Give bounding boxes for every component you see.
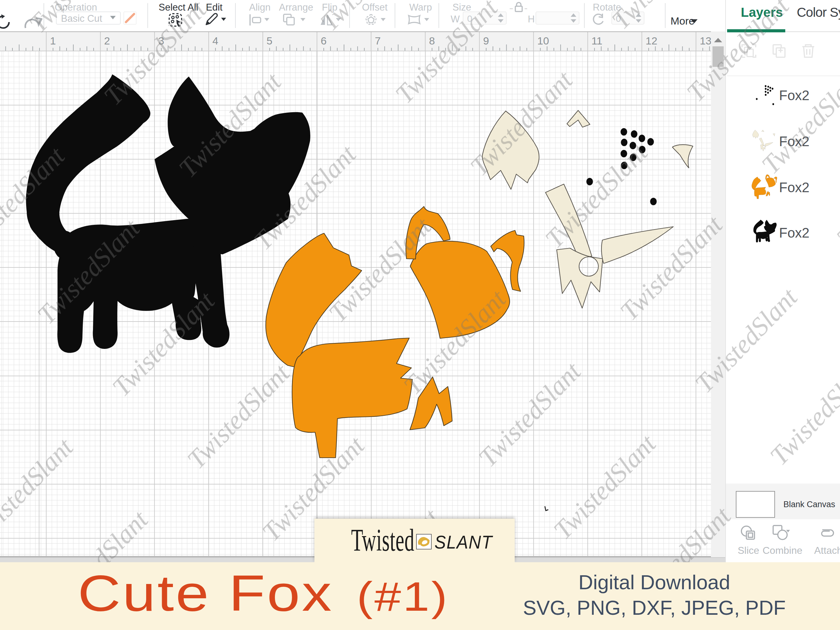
svg-text:9: 9 [483, 35, 489, 47]
svg-text:12: 12 [646, 35, 657, 47]
svg-text:8: 8 [429, 35, 435, 47]
svg-text:13: 13 [700, 35, 711, 47]
svg-text:11: 11 [592, 35, 602, 47]
svg-text:2: 2 [104, 35, 110, 47]
svg-text:4: 4 [212, 35, 218, 47]
svg-text:5: 5 [267, 35, 272, 47]
svg-text:10: 10 [537, 35, 549, 47]
svg-text:1: 1 [50, 35, 56, 47]
svg-text:6: 6 [321, 35, 327, 47]
svg-text:3: 3 [158, 35, 164, 47]
svg-text:7: 7 [375, 35, 381, 47]
